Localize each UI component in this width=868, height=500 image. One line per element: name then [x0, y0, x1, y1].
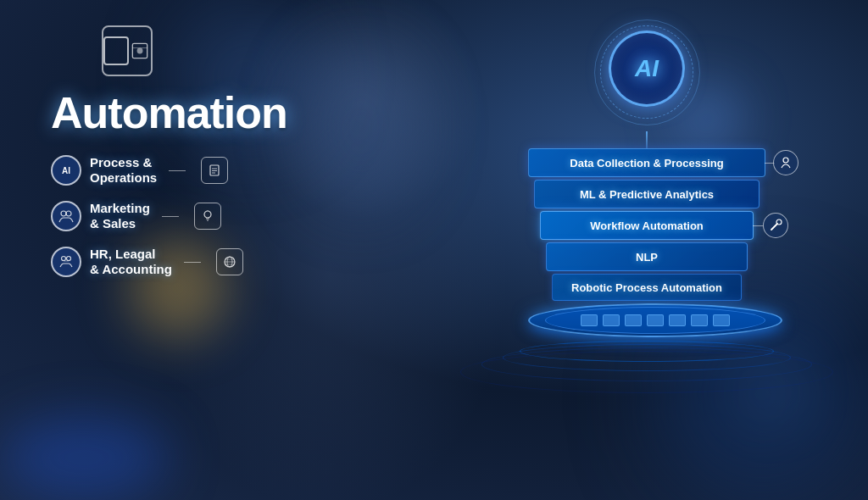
- automation-title: Automation: [51, 87, 417, 138]
- ai-badge-2: [51, 201, 81, 231]
- globe-icon: [223, 255, 236, 269]
- side-icon-person: [773, 150, 798, 175]
- item-text-1: Process & Operations: [90, 155, 157, 186]
- svg-point-1: [137, 48, 143, 54]
- ai-circle: AI: [609, 31, 685, 107]
- item-label-3: HR, Leagal: [90, 247, 172, 262]
- layer-label-4: NLP: [636, 251, 658, 264]
- item-label-1: Process &: [90, 155, 157, 170]
- platform-icon-5: [669, 314, 686, 326]
- side-connector-3: [753, 225, 763, 226]
- platform-ring-inner: [545, 307, 765, 334]
- svg-point-8: [66, 211, 71, 216]
- layer-label-5: Robotic Process Automation: [571, 281, 722, 294]
- dot-line-3: [184, 262, 201, 263]
- dot-line-2: [162, 216, 179, 217]
- item-icon-2: [194, 203, 221, 230]
- hr-icon: [58, 253, 75, 270]
- svg-line-22: [771, 224, 777, 230]
- item-text-2: Marketing & Sales: [90, 201, 150, 231]
- stack-layer-2[interactable]: ML & Predictive Analytics: [534, 180, 760, 208]
- platform-icon-2: [603, 314, 620, 326]
- item-label-1b: Operations: [90, 170, 157, 186]
- ai-circle-wrapper: AI: [592, 17, 702, 127]
- box-svg: [129, 38, 151, 64]
- platform-wrapper: [528, 303, 765, 390]
- item-label-2: Marketing: [90, 201, 150, 216]
- svg-point-13: [62, 257, 66, 261]
- connector-line-top: [646, 131, 648, 148]
- side-icon-wrench: [763, 213, 788, 238]
- dot-line-1: [169, 170, 186, 171]
- ground-rings-container: [511, 339, 782, 390]
- clipboard-icon: [208, 164, 221, 177]
- box-icon: [102, 25, 153, 76]
- ground-ring-4: [460, 351, 833, 393]
- list-item: Marketing & Sales: [51, 201, 417, 231]
- bulb-icon: [201, 209, 214, 223]
- svg-point-14: [67, 257, 71, 261]
- ai-label: AI: [635, 55, 659, 82]
- stack-layer-5[interactable]: Robotic Process Automation: [552, 274, 742, 301]
- left-panel: Automation AI Process & Operations: [0, 0, 434, 500]
- stack-layer-1[interactable]: Data Collection & Processing: [528, 148, 765, 177]
- svg-point-21: [783, 158, 788, 163]
- stack-container: Data Collection & Processing ML & Predic…: [528, 148, 765, 390]
- ai-badge-3: [51, 247, 81, 277]
- layer-label-2: ML & Predictive Analytics: [580, 188, 714, 201]
- item-icon-1: [201, 157, 228, 184]
- svg-point-9: [204, 211, 211, 218]
- item-text-3: HR, Leagal & Accounting: [90, 247, 172, 277]
- svg-point-23: [776, 219, 782, 225]
- ai-badge-1: AI: [51, 155, 81, 186]
- stack-layer-3[interactable]: Workflow Automation: [540, 211, 754, 240]
- platform-icon-7: [713, 314, 730, 326]
- ai-items-list: AI Process & Operations: [51, 155, 417, 277]
- platform-ring-outer: [528, 303, 782, 337]
- person-icon: [779, 156, 793, 169]
- stack-layer-4[interactable]: NLP: [546, 242, 748, 271]
- platform-icon-3: [625, 314, 642, 326]
- people-icon: [58, 208, 75, 225]
- item-label-3b: & Accounting: [90, 262, 172, 277]
- right-panel: AI Data Collection & Processing: [434, 0, 868, 500]
- platform-icon-1: [581, 314, 598, 326]
- svg-point-7: [61, 211, 66, 216]
- main-content: Automation AI Process & Operations: [0, 0, 868, 500]
- wrench-icon: [769, 219, 782, 232]
- list-item: HR, Leagal & Accounting: [51, 247, 417, 277]
- item-icon-3: [216, 248, 243, 275]
- layer-label-3: Workflow Automation: [590, 219, 704, 232]
- platform-icon-4: [647, 314, 664, 326]
- platform-icon-6: [691, 314, 708, 326]
- box-icon-container: [76, 25, 417, 83]
- item-label-2b: & Sales: [90, 216, 150, 231]
- list-item: AI Process & Operations: [51, 155, 417, 186]
- layer-label-1: Data Collection & Processing: [570, 157, 723, 169]
